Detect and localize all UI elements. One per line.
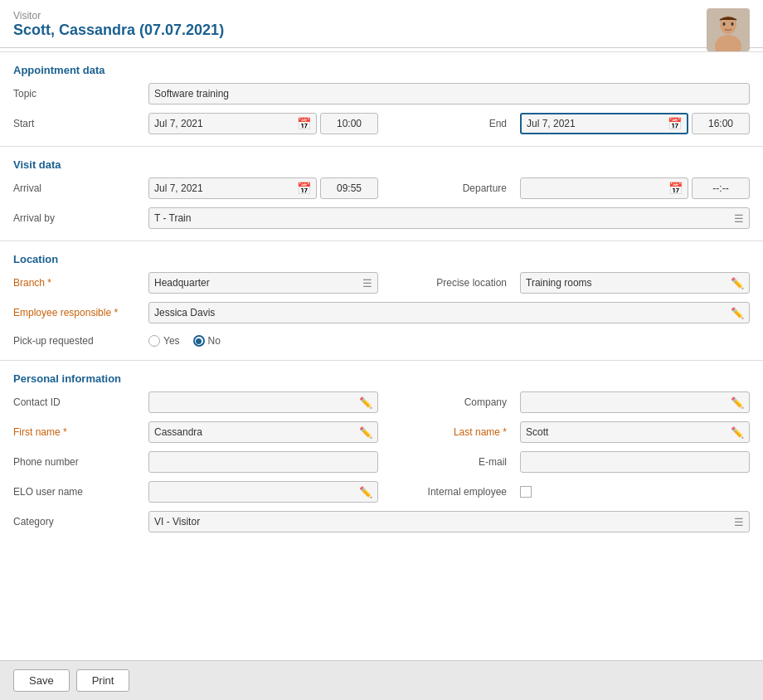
print-button[interactable]: Print (76, 669, 130, 692)
arrival-date-group: Jul 7, 2021 📅 09:55 (148, 177, 378, 199)
elo-edit-icon[interactable]: ✏️ (359, 486, 372, 498)
personal-form-1: Contact ID ✏️ Company ✏️ (13, 391, 750, 418)
visit-form: Arrival Jul 7, 2021 📅 09:55 Departure 📅 … (13, 177, 750, 204)
email-field[interactable] (520, 451, 750, 473)
personal-form-2: First name Cassandra ✏️ Last name Scott … (13, 421, 750, 448)
start-cal-icon[interactable]: 📅 (297, 117, 311, 130)
location-form: Branch Headquarter ☰ Precise location Tr… (13, 272, 750, 299)
elo-field[interactable]: ✏️ (148, 481, 378, 503)
last-name-field[interactable]: Scott ✏️ (520, 421, 750, 443)
email-input[interactable] (526, 456, 744, 468)
category-label: Category (13, 514, 142, 529)
pickup-label: Pick-up requested (13, 333, 142, 348)
topic-value: Software training (154, 88, 229, 100)
start-date-field[interactable]: Jul 7, 2021 📅 (148, 113, 317, 134)
first-name-value: Cassandra (154, 426, 202, 438)
last-name-label: Last name (385, 425, 513, 440)
topic-field[interactable]: Software training (148, 83, 750, 105)
internal-checkbox[interactable] (520, 486, 532, 498)
start-time-value: 10:00 (337, 118, 362, 129)
pickup-yes-label: Yes (163, 335, 180, 347)
end-time-field[interactable]: 16:00 (692, 113, 750, 134)
location-title: Location (13, 253, 750, 265)
company-field[interactable]: ✏️ (520, 391, 750, 413)
phone-input[interactable] (154, 456, 372, 468)
precise-location-field[interactable]: Training rooms ✏️ (520, 272, 750, 294)
branch-dropdown-icon[interactable]: ☰ (362, 277, 372, 289)
departure-time-value: --:-- (712, 182, 728, 194)
employee-edit-icon[interactable]: ✏️ (731, 307, 744, 319)
precise-location-value: Training rooms (526, 277, 592, 289)
branch-label: Branch (13, 275, 142, 290)
pickup-yes-option[interactable]: Yes (148, 335, 180, 347)
end-label: End (385, 116, 513, 131)
arrival-time-field[interactable]: 09:55 (320, 177, 378, 199)
personal-form-4: ELO user name ✏️ Internal employee (13, 481, 750, 508)
departure-label: Departure (385, 181, 513, 196)
arrival-cal-icon[interactable]: 📅 (297, 182, 311, 195)
end-time-value: 16:00 (708, 118, 733, 129)
departure-time-field[interactable]: --:-- (692, 177, 750, 199)
precise-location-edit-icon[interactable]: ✏️ (731, 277, 744, 289)
arrival-by-label: Arrival by (13, 211, 142, 226)
personal-section: Personal information Contact ID ✏️ Compa… (0, 364, 763, 541)
start-time-field[interactable]: 10:00 (320, 113, 378, 134)
svg-point-4 (731, 22, 734, 26)
company-edit-icon[interactable]: ✏️ (731, 396, 744, 409)
end-date-group: Jul 7, 2021 📅 16:00 (520, 113, 750, 134)
start-date-group: Jul 7, 2021 📅 10:00 (148, 113, 378, 134)
start-date-value: Jul 7, 2021 (154, 118, 203, 129)
first-name-field[interactable]: Cassandra ✏️ (148, 421, 378, 443)
appointment-section: Appointment data Topic Software training… (0, 56, 763, 143)
departure-date-field[interactable]: 📅 (520, 177, 688, 199)
arrival-by-dropdown-icon[interactable]: ☰ (734, 212, 744, 225)
employee-value: Jessica Davis (154, 307, 215, 318)
end-date-value: Jul 7, 2021 (527, 118, 576, 129)
arrival-time-value: 09:55 (337, 182, 362, 194)
first-name-label: First name (13, 425, 142, 440)
arrival-date-value: Jul 7, 2021 (154, 182, 203, 194)
phone-field[interactable] (148, 451, 378, 473)
last-name-value: Scott (526, 426, 548, 438)
category-field[interactable]: VI - Visitor ☰ (148, 511, 750, 532)
pickup-no-radio[interactable] (193, 335, 205, 347)
branch-field[interactable]: Headquarter ☰ (148, 272, 378, 294)
appointment-form: Topic Software training (13, 83, 750, 109)
arrival-label: Arrival (13, 181, 142, 196)
svg-point-3 (723, 22, 726, 26)
start-end-row: Start Jul 7, 2021 📅 10:00 End Jul 7, 202… (13, 113, 750, 139)
visit-title: Visit data (13, 158, 750, 171)
last-name-edit-icon[interactable]: ✏️ (731, 426, 744, 439)
contact-id-field[interactable]: ✏️ (148, 391, 378, 413)
start-label: Start (13, 116, 142, 131)
arrival-by-field[interactable]: T - Train ☰ (148, 207, 750, 229)
employee-field[interactable]: Jessica Davis ✏️ (148, 302, 750, 323)
phone-label: Phone number (13, 455, 142, 469)
save-button[interactable]: Save (13, 669, 70, 692)
location-section: Location Branch Headquarter ☰ Precise lo… (0, 245, 763, 357)
pickup-no-option[interactable]: No (193, 335, 221, 347)
arrival-date-field[interactable]: Jul 7, 2021 📅 (148, 177, 317, 199)
pickup-no-label: No (208, 335, 221, 347)
personal-form-3: Phone number E-mail (13, 451, 750, 478)
appointment-title: Appointment data (13, 64, 750, 76)
visitor-name: Scott, Cassandra (07.07.2021) (13, 22, 750, 39)
branch-value: Headquarter (154, 277, 210, 289)
visitor-label: Visitor (13, 10, 750, 22)
personal-form-5: Category VI - Visitor ☰ (13, 511, 750, 537)
contact-id-edit-icon[interactable]: ✏️ (359, 396, 372, 409)
pickup-yes-radio[interactable] (148, 335, 160, 347)
visit-section: Visit data Arrival Jul 7, 2021 📅 09:55 D… (0, 150, 763, 237)
email-label: E-mail (385, 455, 513, 469)
departure-cal-icon[interactable]: 📅 (668, 182, 683, 195)
pickup-radio-group: Yes No (148, 335, 750, 347)
arrival-by-value: T - Train (154, 212, 191, 224)
employee-row: Employee responsible Jessica Davis ✏️ (13, 302, 750, 328)
first-name-edit-icon[interactable]: ✏️ (359, 426, 372, 439)
end-date-field[interactable]: Jul 7, 2021 📅 (520, 113, 688, 134)
departure-date-group: 📅 --:-- (520, 177, 750, 199)
category-dropdown-icon[interactable]: ☰ (734, 516, 744, 528)
footer: Save Print (0, 660, 763, 700)
precise-location-label: Precise location (385, 275, 513, 290)
end-cal-icon[interactable]: 📅 (668, 117, 682, 130)
